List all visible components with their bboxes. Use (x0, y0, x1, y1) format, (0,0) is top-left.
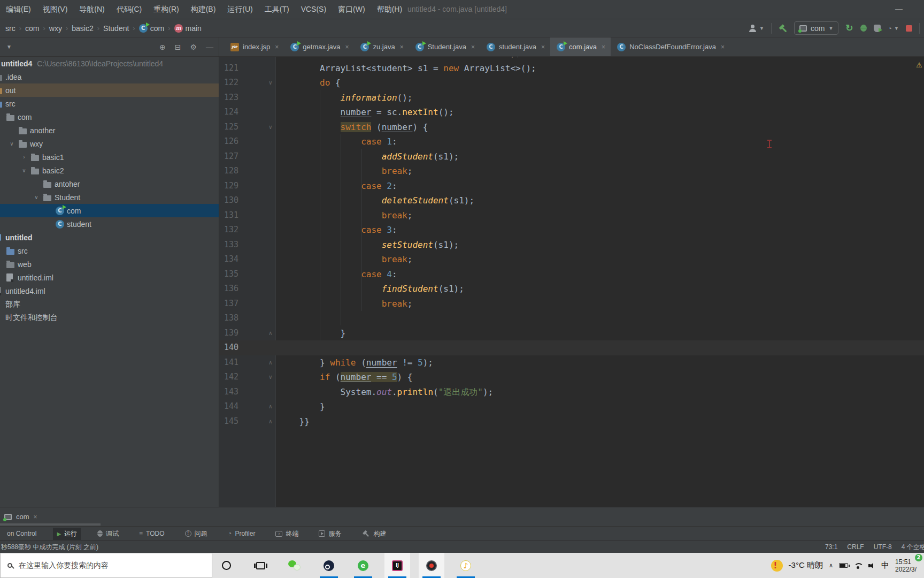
editor-tab[interactable]: NoClassDefFoundError.java× (611, 37, 730, 56)
inspection-warning-icon[interactable]: ⚠ (916, 61, 922, 69)
line-number[interactable]: 123 (219, 90, 246, 105)
chevron-down-icon[interactable]: ∨ (20, 168, 28, 173)
breadcrumb-item[interactable]: basic2 (72, 24, 93, 33)
menu-item[interactable]: 视图(V) (37, 0, 74, 19)
line-number[interactable]: 134 (219, 252, 246, 267)
line-number[interactable]: 138 (219, 311, 246, 326)
chevron-down-icon[interactable]: ∨ (7, 141, 16, 147)
tree-item-src[interactable]: src (0, 244, 219, 257)
battery-icon[interactable] (839, 563, 848, 568)
line-number[interactable]: 128 (219, 164, 246, 179)
stop-button[interactable] (906, 25, 912, 32)
line-number[interactable]: 145 (219, 414, 246, 429)
user-account-button[interactable]: ▼ (749, 25, 764, 32)
taskbar-app-steam[interactable] (316, 553, 342, 578)
close-icon[interactable]: × (400, 43, 404, 51)
toolwindow-Profiler[interactable]: ◔Profiler (224, 528, 259, 539)
tree-item-student[interactable]: student (0, 217, 219, 231)
line-number[interactable]: 137 (219, 296, 246, 311)
close-icon[interactable]: × (471, 43, 475, 51)
tree-item-out[interactable]: out (0, 83, 219, 97)
close-icon[interactable]: × (34, 513, 37, 521)
menu-item[interactable]: 帮助(H) (371, 0, 408, 19)
breadcrumb-item[interactable]: wxy (49, 24, 62, 33)
tree-item-basic1[interactable]: ›basic1 (0, 150, 219, 164)
editor-tab[interactable]: com.java× (550, 37, 611, 56)
line-number[interactable]: 130 (219, 193, 246, 208)
tree-item-another[interactable]: another (0, 124, 219, 137)
tree-item-com[interactable]: com (0, 110, 219, 124)
taskbar-app-intellij[interactable] (384, 553, 410, 578)
fold-marker-icon[interactable]: ∧ (246, 326, 276, 341)
build-hammer-icon[interactable] (779, 24, 787, 33)
tree-item-untitled[interactable]: untitled (0, 231, 219, 244)
line-number[interactable]: 122 (219, 75, 246, 90)
editor-tab[interactable]: student.java× (480, 37, 550, 56)
run-configuration-select[interactable]: com ▼ (794, 21, 838, 35)
toolwindow-调试[interactable]: 调试 (94, 528, 122, 540)
taskbar-app-cortana[interactable] (213, 553, 239, 578)
wifi-icon[interactable] (854, 562, 863, 569)
tree-root-row[interactable]: untitled4C:\Users\86130\IdeaProjects\unt… (0, 57, 219, 70)
menu-item[interactable]: 运行(U) (221, 0, 258, 19)
menu-item[interactable]: VCS(S) (295, 0, 332, 19)
console-tab[interactable]: com × (0, 513, 43, 521)
project-view-dropdown[interactable]: ▼ (6, 44, 12, 50)
line-number[interactable]: 136 (219, 282, 246, 296)
line-number[interactable]: 127 (219, 149, 246, 164)
tree-item-antoher[interactable]: antoher (0, 177, 219, 191)
locate-file-icon[interactable]: ⊕ (159, 43, 166, 51)
line-number[interactable]: 121 (219, 61, 246, 76)
tree-item-basic2[interactable]: ∨basic2 (0, 164, 219, 177)
line-number[interactable]: 125 (219, 120, 246, 135)
editor-tab[interactable]: index.jsp× (224, 37, 284, 56)
tree-item-web[interactable]: web (0, 257, 219, 271)
tree-item-wxy[interactable]: ∨wxy (0, 137, 219, 150)
line-number[interactable]: 132 (219, 223, 246, 238)
close-icon[interactable]: × (602, 43, 605, 51)
line-number[interactable]: 141 (219, 355, 246, 370)
taskbar-app-task-view[interactable] (248, 553, 273, 578)
weather-icon[interactable] (771, 560, 783, 572)
tree-item-src[interactable]: src (0, 97, 219, 110)
tree-item-.idea[interactable]: .idea (0, 70, 219, 83)
taskbar-app-qq-music[interactable] (453, 553, 479, 578)
tree-item-部库[interactable]: 部库 (0, 298, 219, 311)
breadcrumb-item[interactable]: main (174, 24, 202, 33)
collapse-all-icon[interactable]: ⊟ (175, 43, 181, 51)
chevron-right-icon[interactable]: › (20, 154, 28, 160)
breadcrumb-item[interactable]: Student (103, 24, 129, 33)
close-icon[interactable]: × (721, 43, 725, 51)
toolwindow-服务[interactable]: 服务 (315, 528, 345, 540)
line-number[interactable]: 140 (219, 340, 246, 355)
profiler-button[interactable]: ◔ ▼ (888, 25, 899, 32)
ime-indicator[interactable]: 中 (881, 560, 889, 571)
console-scrollbar[interactable] (0, 523, 101, 526)
fold-marker-icon[interactable]: ∨ (246, 120, 276, 135)
chevron-down-icon[interactable]: ∨ (32, 194, 41, 200)
breadcrumb-item[interactable]: com (139, 24, 164, 33)
toolwindow-on Control[interactable]: on Control (3, 528, 40, 539)
toolwindow-运行[interactable]: ▶运行 (53, 528, 81, 540)
hide-panel-icon[interactable]: — (206, 43, 213, 51)
fold-marker-icon[interactable]: ∨ (246, 370, 276, 385)
editor-tab[interactable]: Student.java× (409, 37, 480, 56)
line-number[interactable]: 129 (219, 179, 246, 194)
line-number[interactable] (219, 57, 246, 61)
toolwindow-构建[interactable]: 构建 (358, 528, 390, 540)
code-editor[interactable]: ");121 ArrayList<student> s1 = new Array… (219, 57, 924, 507)
tree-item-untitled.iml[interactable]: untitled.iml (0, 271, 219, 284)
tree-item-时文件和控制台[interactable]: 时文件和控制台 (0, 311, 219, 324)
menu-item[interactable]: 代码(C) (111, 0, 148, 19)
line-number[interactable]: 135 (219, 267, 246, 282)
menu-item[interactable]: 编辑(E) (0, 0, 37, 19)
fold-marker-icon[interactable]: ∧ (246, 355, 276, 370)
close-icon[interactable]: × (275, 43, 279, 51)
editor-tab[interactable]: getmax.java× (284, 37, 354, 56)
menu-item[interactable]: 窗口(W) (332, 0, 371, 19)
indent-setting[interactable]: 4 个空格 (902, 541, 924, 553)
line-number[interactable]: 142 (219, 370, 246, 385)
debug-button[interactable] (860, 25, 867, 32)
settings-gear-icon[interactable]: ⚙ (190, 43, 197, 51)
fold-marker-icon[interactable]: ∧ (246, 399, 276, 414)
